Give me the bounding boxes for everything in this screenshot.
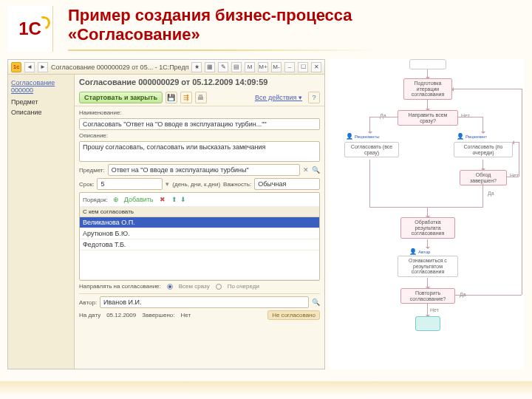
window-title: Согласование 000000029 от 05... - 1С:Пре…: [51, 64, 188, 71]
move-down-icon[interactable]: ⬇: [180, 196, 186, 203]
flow-proc-box: Обработка результата согласования: [400, 217, 455, 239]
desc-textarea[interactable]: Прошу согласовать, согласовать или выска…: [79, 141, 320, 162]
author-input[interactable]: Иванов И.И.: [100, 296, 309, 308]
name-label: Наименование:: [79, 109, 320, 116]
flow-prep-box: Подготовка итерации согласования: [403, 78, 452, 100]
flow-loop-decision: Обход завершен?: [460, 170, 507, 185]
days-unit: (день, дни, к.дни): [172, 181, 220, 188]
minimize-button[interactable]: –: [284, 62, 295, 72]
author-label: Автор:: [79, 299, 97, 306]
all-actions-link[interactable]: Все действия ▾: [255, 94, 302, 101]
nav-fwd-button[interactable]: ►: [38, 62, 48, 72]
print-icon[interactable]: 🖶: [195, 92, 207, 103]
person-icon: 👤: [457, 133, 464, 140]
flow-actor-author: 👤Автор: [409, 248, 430, 255]
subject-label: Предмет:: [79, 167, 105, 174]
save-icon[interactable]: 💾: [166, 92, 177, 103]
clear-icon[interactable]: ✕: [303, 166, 309, 174]
flow-yes-label: Да: [488, 191, 494, 196]
flow-no-label: Нет: [430, 307, 439, 313]
route-seq-label: По очереди: [228, 283, 259, 290]
help-icon[interactable]: ?: [308, 92, 320, 103]
tool-icon[interactable]: ▦: [205, 62, 215, 72]
flow-task-seq: Согласовать (по очереди): [454, 142, 513, 157]
start-close-button[interactable]: Стартовать и закрыть: [79, 92, 163, 103]
mplus-button[interactable]: M+: [258, 62, 268, 72]
brand-logo: 1С: [7, 6, 53, 52]
move-up-icon[interactable]: ⬆: [171, 196, 177, 203]
app-icon: 1c: [11, 62, 21, 72]
attach-icon[interactable]: ✎: [218, 62, 228, 72]
route-all-radio[interactable]: [167, 284, 173, 290]
reviewers-table: Порядок: ⊕ Добавить ✖ ⬆ ⬇ С кем согласов…: [79, 192, 320, 281]
close-button[interactable]: ✕: [311, 62, 321, 72]
done-label: Завершено:: [142, 312, 174, 318]
route-all-label: Всем сразу: [179, 283, 210, 290]
nav-heading[interactable]: Согласование 000000: [11, 79, 71, 94]
order-label: Порядок:: [83, 197, 108, 203]
flow-repeat-decision: Повторить согласование?: [400, 288, 455, 304]
nav-item[interactable]: Описание: [11, 109, 71, 116]
app-window: 1c ◄ ► Согласование 000000029 от 05... -…: [7, 59, 325, 369]
m-button[interactable]: M: [245, 62, 255, 72]
open-icon[interactable]: 🔍: [312, 166, 320, 174]
add-button[interactable]: Добавить: [124, 196, 154, 203]
flowchart: Подготовка итерации согласования Направи…: [330, 59, 525, 369]
name-input[interactable]: Согласовать "Ответ на "О вводе в эксплуа…: [79, 118, 320, 130]
slide-title: Пример создания бизнес-процесса «Согласо…: [68, 6, 517, 45]
table-row[interactable]: Федотова Т.Б.: [80, 239, 319, 250]
subject-input[interactable]: Ответ на "О вводе в эксплуатацию турбины…: [108, 164, 300, 176]
due-label: Срок:: [79, 181, 94, 188]
priority-label: Важность:: [223, 181, 251, 188]
flow-start: [409, 59, 446, 69]
open-icon[interactable]: 🔍: [312, 299, 320, 306]
nav-pane: Согласование 000000 Предмет Описание: [8, 75, 75, 369]
route-seq-radio[interactable]: [216, 284, 222, 290]
flow-end: [415, 316, 440, 331]
nav-back-button[interactable]: ◄: [24, 62, 35, 72]
desc-label: Описание:: [79, 132, 320, 139]
flow-icon[interactable]: ⇶: [180, 92, 192, 103]
table-row[interactable]: Арутюнов Б.Ю.: [80, 228, 319, 239]
person-icon: 👤: [346, 133, 353, 140]
mminus-button[interactable]: M-: [271, 62, 282, 72]
flow-task-all: Согласовать (все сразу): [344, 142, 399, 157]
days-input[interactable]: 5: [97, 178, 163, 190]
form-title: Согласование 000000029 от 05.12.2009 14:…: [75, 75, 324, 89]
delete-icon[interactable]: ✖: [160, 196, 166, 203]
maximize-button[interactable]: ☐: [298, 62, 308, 72]
flow-review-box: Ознакомиться с результатом согласования: [398, 256, 458, 277]
nav-item[interactable]: Предмет: [11, 98, 71, 106]
done-value: Нет: [181, 312, 191, 318]
flow-actor-group: 👤Рецензенты: [346, 133, 380, 140]
fav-button[interactable]: ★: [191, 62, 202, 72]
window-titlebar: 1c ◄ ► Согласование 000000029 от 05... -…: [8, 60, 324, 75]
priority-input[interactable]: Обычная: [254, 178, 320, 190]
flow-actor-single: 👤Рецензент: [457, 133, 487, 140]
table-row[interactable]: [80, 250, 319, 280]
send-mode-label: Направлять на согласование:: [79, 283, 161, 290]
date-value: 05.12.2009: [106, 312, 136, 318]
calc-icon[interactable]: ▤: [231, 62, 242, 72]
date-label: На дату: [79, 312, 100, 318]
flow-split-decision: Направить всем сразу?: [398, 110, 458, 126]
table-row[interactable]: Великанова О.П.: [80, 217, 319, 228]
person-icon: 👤: [409, 248, 417, 255]
reviewers-col-header: С кем согласовать: [80, 207, 319, 217]
add-icon[interactable]: ⊕: [111, 194, 121, 205]
state-badge: Не согласовано: [267, 310, 320, 320]
